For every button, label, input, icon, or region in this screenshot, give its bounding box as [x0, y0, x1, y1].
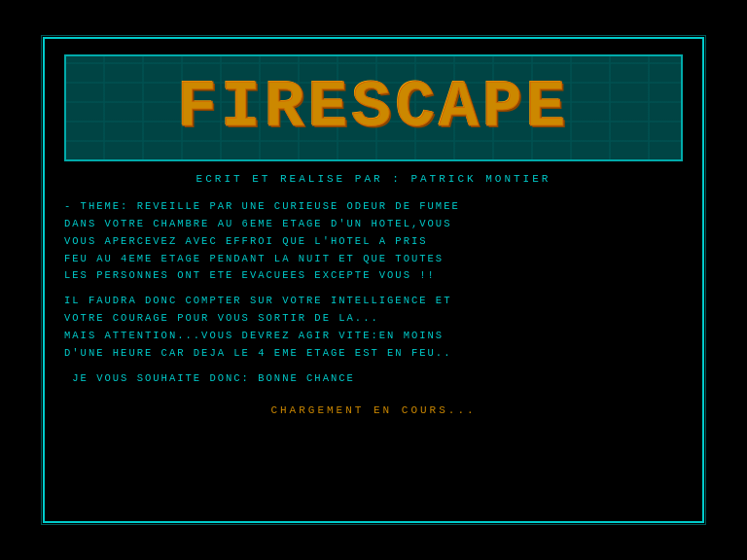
story-text: - THEME: REVEILLE PAR UNE CURIEUSE ODEUR… [64, 198, 683, 387]
game-title: Firescape [177, 75, 569, 141]
main-screen: Firescape ECRIT ET REALISE PAR : PATRICK… [43, 37, 704, 523]
credits-line: ECRIT ET REALISE PAR : PATRICK MONTIER [64, 173, 683, 185]
paragraph-2: IL FAUDRA DONC COMPTER SUR VOTRE INTELLI… [64, 293, 683, 362]
loading-text: CHARGEMENT EN COURS... [64, 404, 683, 416]
paragraph-3: JE VOUS SOUHAITE DONC: BONNE CHANCE [64, 370, 683, 388]
title-banner: Firescape [64, 54, 683, 161]
paragraph-1: - THEME: REVEILLE PAR UNE CURIEUSE ODEUR… [64, 198, 683, 285]
